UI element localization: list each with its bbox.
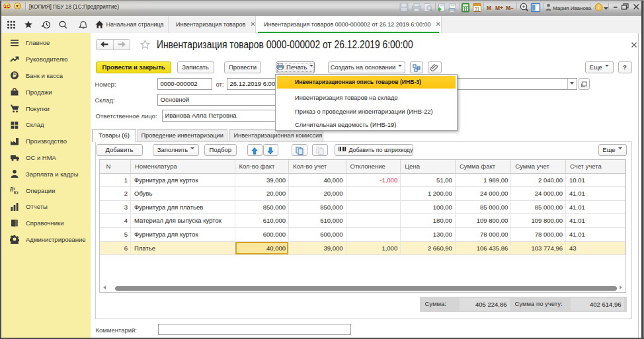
svg-text:M: M: [487, 5, 491, 11]
svg-text:₽: ₽: [13, 73, 17, 79]
svg-text:Мария Иванова: Мария Иванова: [553, 5, 592, 11]
svg-text:M+: M+: [495, 5, 503, 11]
svg-text:31: 31: [475, 7, 480, 11]
svg-text:M−: M−: [506, 5, 514, 11]
svg-text:Кт: Кт: [14, 190, 19, 195]
